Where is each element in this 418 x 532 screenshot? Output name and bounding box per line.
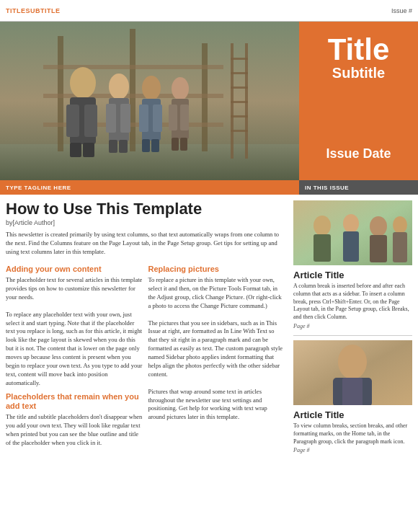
svg-rect-21 <box>83 143 94 157</box>
publication-subtitle: Subtitle <box>328 65 390 81</box>
sidebar-article2-body: To view column breaks, section breaks, a… <box>293 422 412 445</box>
svg-rect-14 <box>231 115 248 118</box>
sidebar-photo-1-svg <box>293 200 412 265</box>
section2-body: The title and subtitle placeholders don'… <box>6 413 143 448</box>
svg-rect-42 <box>314 234 331 262</box>
svg-point-45 <box>370 216 387 236</box>
svg-rect-26 <box>109 140 117 153</box>
section3-body: To replace a picture in this template wi… <box>148 276 285 422</box>
publication-title: Title <box>328 35 390 65</box>
article-byline: by[Article Author] <box>6 219 285 226</box>
svg-rect-19 <box>84 105 97 137</box>
section2-heading: Placeholders that remain when you add te… <box>6 392 143 411</box>
header-title-subtitle: TITLESUBTITLE <box>6 7 61 14</box>
tagline-bar: TYPE TAGLINE HERE IN THIS ISSUE <box>0 180 418 195</box>
svg-rect-12 <box>231 87 248 89</box>
svg-rect-10 <box>231 58 248 60</box>
svg-point-43 <box>343 214 359 233</box>
svg-rect-30 <box>139 105 148 132</box>
svg-rect-27 <box>119 140 128 153</box>
two-col-section: Adding your own content The placeholder … <box>6 260 285 451</box>
sidebar-photo-1 <box>293 200 412 265</box>
main-content: How to Use This Template by[Article Auth… <box>0 195 418 532</box>
svg-rect-32 <box>142 139 150 152</box>
svg-rect-18 <box>66 105 79 137</box>
sidebar-photo-2 <box>293 340 412 405</box>
svg-rect-36 <box>169 105 177 130</box>
svg-rect-25 <box>120 104 130 133</box>
content-wrapper: How to Use This Template by[Article Auth… <box>0 195 418 532</box>
svg-rect-31 <box>153 105 162 132</box>
svg-rect-20 <box>70 143 81 157</box>
sidebar-article1-page: Page # <box>293 323 412 329</box>
two-col-left: Adding your own content The placeholder … <box>6 260 143 451</box>
article-intro: This newsletter is created primarily by … <box>6 231 285 257</box>
svg-rect-5 <box>43 65 223 69</box>
orange-sidebar: Title Subtitle Issue Date <box>299 22 418 180</box>
issue-date: Issue Date <box>326 141 391 167</box>
svg-rect-38 <box>172 138 179 151</box>
svg-point-47 <box>393 216 407 234</box>
tagline-right: IN THIS ISSUE <box>299 180 418 195</box>
two-col-right: Replacing pictures To replace a picture … <box>148 260 285 451</box>
svg-rect-24 <box>106 104 116 133</box>
section1-body: The placeholder text for several article… <box>6 276 143 388</box>
svg-point-22 <box>109 74 129 99</box>
hero-image-bg <box>0 22 299 180</box>
svg-rect-6 <box>43 94 223 98</box>
svg-point-28 <box>142 76 161 100</box>
left-column: How to Use This Template by[Article Auth… <box>6 200 288 529</box>
svg-point-41 <box>314 216 331 236</box>
svg-rect-37 <box>180 105 189 130</box>
svg-rect-11 <box>231 72 248 74</box>
in-this-issue-label: IN THIS ISSUE <box>305 185 349 191</box>
svg-rect-46 <box>370 235 387 262</box>
sidebar-article1-body: A column break is inserted before and af… <box>293 283 412 322</box>
sidebar-article2-title: Article Title <box>293 409 412 420</box>
sidebar-photo-2-svg <box>293 340 412 405</box>
svg-rect-13 <box>231 101 248 103</box>
hero-svg <box>0 22 299 180</box>
section1-heading: Adding your own content <box>6 265 143 274</box>
section3-heading: Replacing pictures <box>148 265 285 274</box>
svg-point-50 <box>338 345 367 379</box>
svg-rect-39 <box>180 138 187 151</box>
svg-rect-52 <box>342 378 363 405</box>
svg-point-34 <box>172 77 189 100</box>
tagline-left: TYPE TAGLINE HERE <box>0 180 299 195</box>
sidebar-article2-page: Page # <box>293 447 412 453</box>
svg-rect-33 <box>151 139 159 152</box>
top-section: Title Subtitle Issue Date <box>0 22 418 180</box>
main-article-title: How to Use This Template <box>6 200 285 218</box>
right-sidebar: Article Title A column break is inserted… <box>293 200 412 529</box>
sidebar-divider-1 <box>293 335 412 336</box>
tagline-text: TYPE TAGLINE HERE <box>6 185 71 191</box>
orange-title-text: Title Subtitle <box>328 35 390 81</box>
svg-rect-44 <box>343 231 359 262</box>
sidebar-article1-title: Article Title <box>293 270 412 280</box>
svg-rect-48 <box>393 232 407 262</box>
header-issue: Issue # <box>391 7 412 14</box>
page-header: TITLESUBTITLE Issue # <box>0 0 418 22</box>
svg-rect-3 <box>130 29 135 151</box>
hero-image <box>0 22 299 180</box>
svg-point-16 <box>70 67 96 99</box>
svg-rect-15 <box>231 130 248 132</box>
